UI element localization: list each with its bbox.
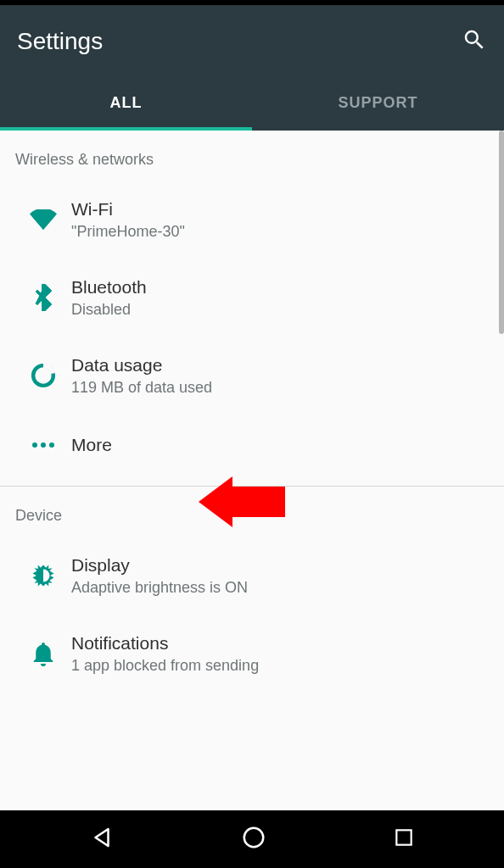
page-title: Settings bbox=[17, 28, 462, 55]
item-wifi-text: Wi-Fi "PrimeHome-30" bbox=[71, 199, 489, 241]
data-usage-icon bbox=[15, 363, 71, 388]
content-scroll[interactable]: Wireless & networks Wi-Fi "PrimeHome-30"… bbox=[0, 131, 504, 810]
item-notifications-text: Notifications 1 app blocked from sending bbox=[71, 633, 489, 675]
item-bluetooth-text: Bluetooth Disabled bbox=[71, 277, 489, 319]
item-notifications[interactable]: Notifications 1 app blocked from sending bbox=[0, 615, 504, 693]
section-wireless-header: Wireless & networks bbox=[0, 131, 504, 181]
more-icon bbox=[15, 442, 71, 448]
app-bar-top: Settings bbox=[0, 5, 504, 78]
item-data-text: Data usage 119 MB of data used bbox=[71, 355, 489, 397]
svg-point-2 bbox=[41, 442, 46, 448]
svg-point-1 bbox=[32, 442, 37, 448]
item-bluetooth-title: Bluetooth bbox=[71, 277, 489, 298]
item-bluetooth-sub: Disabled bbox=[71, 301, 489, 319]
wifi-icon bbox=[15, 209, 71, 230]
screen: Settings ALL SUPPORT Wireless & networks… bbox=[0, 0, 504, 868]
display-icon bbox=[15, 563, 71, 588]
item-bluetooth[interactable]: Bluetooth Disabled bbox=[0, 259, 504, 337]
notifications-icon bbox=[15, 641, 71, 666]
svg-rect-5 bbox=[397, 830, 412, 844]
item-data-usage[interactable]: Data usage 119 MB of data used bbox=[0, 337, 504, 415]
item-data-sub: 119 MB of data used bbox=[71, 379, 489, 397]
search-icon[interactable] bbox=[462, 27, 487, 56]
item-more[interactable]: More bbox=[0, 415, 504, 476]
item-more-title: More bbox=[71, 435, 489, 455]
nav-home-icon[interactable] bbox=[241, 825, 266, 854]
section-device-header: Device bbox=[0, 487, 504, 537]
tab-all[interactable]: ALL bbox=[0, 78, 252, 131]
scrollbar-thumb[interactable] bbox=[499, 131, 504, 334]
nav-back-icon[interactable] bbox=[89, 825, 115, 854]
item-display-text: Display Adaptive brightness is ON bbox=[71, 555, 489, 597]
item-wifi[interactable]: Wi-Fi "PrimeHome-30" bbox=[0, 181, 504, 259]
navigation-bar bbox=[0, 810, 504, 868]
item-display[interactable]: Display Adaptive brightness is ON bbox=[0, 537, 504, 615]
item-wifi-title: Wi-Fi bbox=[71, 199, 489, 220]
nav-recent-icon[interactable] bbox=[393, 826, 415, 852]
item-display-sub: Adaptive brightness is ON bbox=[71, 579, 489, 597]
item-data-title: Data usage bbox=[71, 355, 489, 376]
item-notifications-sub: 1 app blocked from sending bbox=[71, 657, 489, 675]
app-bar: Settings ALL SUPPORT bbox=[0, 5, 504, 131]
item-display-title: Display bbox=[71, 555, 489, 576]
bluetooth-icon bbox=[15, 284, 71, 311]
tab-bar: ALL SUPPORT bbox=[0, 78, 504, 131]
item-notifications-title: Notifications bbox=[71, 633, 489, 654]
item-wifi-sub: "PrimeHome-30" bbox=[71, 223, 489, 241]
svg-point-3 bbox=[49, 442, 54, 448]
svg-point-4 bbox=[244, 828, 264, 848]
tab-support[interactable]: SUPPORT bbox=[252, 78, 504, 131]
item-more-text: More bbox=[71, 435, 489, 455]
